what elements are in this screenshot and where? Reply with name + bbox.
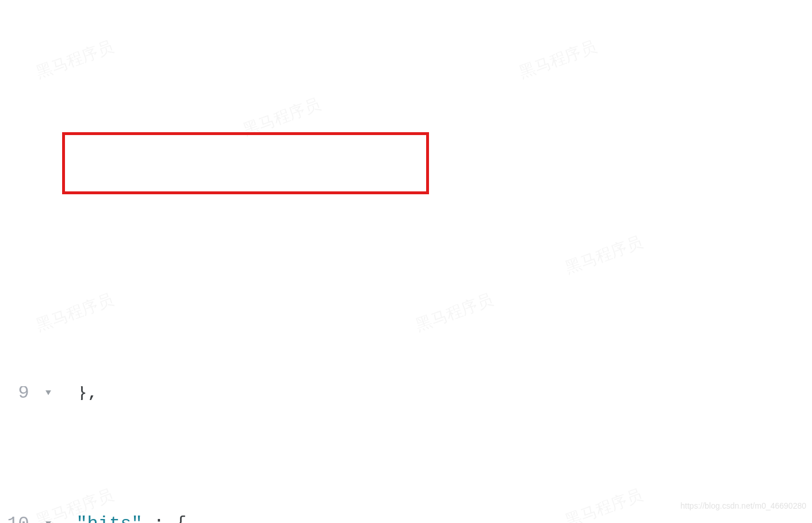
watermark: 黑马程序员 (515, 33, 600, 87)
json-key: "hits" (76, 513, 142, 523)
annotation-highlight-box (62, 132, 429, 194)
watermark: 黑马程序员 (412, 286, 497, 340)
fold-caret[interactable] (43, 390, 54, 397)
source-url-watermark: https://blog.csdn.net/m0_46690280 (680, 492, 806, 520)
watermark: 黑马程序员 (239, 91, 324, 144)
watermark: 黑马程序员 (32, 33, 117, 87)
line-number: 10 (0, 510, 43, 523)
line-number: 9 (0, 386, 43, 400)
watermark: 黑马程序员 (32, 286, 117, 340)
code-editor[interactable]: 黑马程序员 黑马程序员 黑马程序员 黑马程序员 黑马程序员 黑马程序员 黑马程序… (0, 0, 812, 523)
fold-caret[interactable] (43, 521, 54, 523)
token-brace-close: }, (76, 386, 98, 400)
watermark: 黑马程序员 (561, 229, 646, 282)
code-line[interactable]: 9 }, (0, 386, 812, 400)
